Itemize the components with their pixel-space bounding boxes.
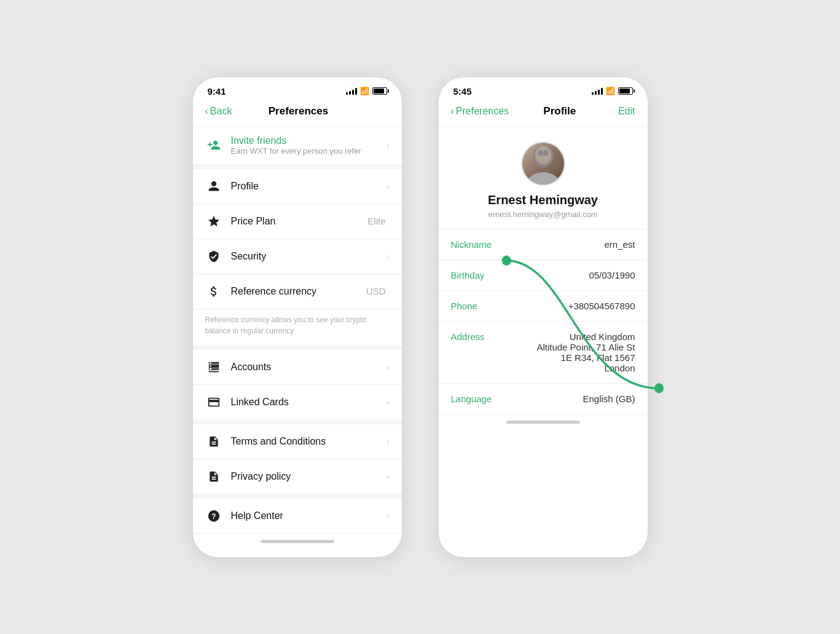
phone-label: Phone (451, 301, 519, 311)
profile-label: Profile (231, 181, 387, 192)
avatar-image (522, 143, 564, 184)
profile-item[interactable]: Profile › (193, 169, 402, 204)
nav-bar-1: ‹ Back Preferences (193, 100, 402, 127)
shield-icon (205, 248, 222, 265)
currency-icon (205, 283, 222, 300)
nav-title-2: Profile (543, 105, 576, 117)
wifi-icon-2: 📶 (606, 87, 615, 95)
status-icons-2: 📶 (592, 87, 633, 95)
status-bar-1: 9:41 📶 (193, 77, 402, 100)
privacy-label: Privacy policy (231, 471, 387, 482)
nickname-label: Nickname (451, 239, 519, 250)
reference-currency-content: Reference currency (231, 286, 366, 297)
accounts-label: Accounts (231, 362, 387, 373)
status-time-1: 9:41 (208, 86, 226, 97)
battery-icon-1 (372, 87, 387, 95)
invite-content: Invite friends Earn WXT for every person… (231, 135, 387, 156)
svg-point-12 (535, 146, 551, 164)
profile-email: ernest.hemingway@gmail.com (489, 210, 598, 219)
privacy-content: Privacy policy (231, 471, 387, 482)
status-time-2: 5:45 (453, 86, 472, 97)
signal-icon-1 (346, 88, 357, 95)
accounts-item[interactable]: Accounts › (193, 350, 402, 385)
chevron-left-icon-2: ‹ (451, 106, 454, 117)
invite-chevron: › (387, 140, 390, 150)
phone-value: +380504567890 (519, 301, 635, 311)
language-value: English (GB) (519, 394, 635, 404)
accounts-content: Accounts (231, 362, 387, 373)
status-bar-2: 5:45 📶 (439, 77, 648, 100)
security-content: Security (231, 251, 387, 262)
address-field[interactable]: Address United Kingdom Altitude Point, 7… (439, 322, 648, 384)
linked-cards-content: Linked Cards (231, 397, 387, 408)
help-content: Help Center (231, 510, 387, 521)
help-chevron: › (387, 511, 390, 521)
birthday-field[interactable]: Birthday 05/03/1990 (439, 260, 648, 291)
edit-button[interactable]: Edit (611, 106, 635, 117)
phone-field[interactable]: Phone +380504567890 (439, 291, 648, 322)
legal-section: Terms and Conditions › Privacy policy › (193, 424, 402, 499)
language-label: Language (451, 394, 519, 404)
phone-profile: 5:45 📶 ‹ Preferences Profile (439, 77, 648, 557)
accounts-chevron: › (387, 362, 390, 372)
nickname-field[interactable]: Nickname ern_est (439, 229, 648, 260)
security-item[interactable]: Security › (193, 239, 402, 274)
svg-point-11 (526, 172, 560, 184)
invite-friends-item[interactable]: Invite friends Earn WXT for every person… (193, 127, 402, 164)
linked-cards-label: Linked Cards (231, 397, 387, 408)
avatar-section: Ernest Hemingway ernest.hemingway@gmail.… (439, 127, 648, 229)
signal-icon-2 (592, 88, 603, 95)
price-plan-content: Price Plan (231, 216, 368, 227)
birthday-value: 05/03/1990 (519, 270, 635, 280)
svg-point-1 (654, 383, 663, 393)
currency-value: USD (366, 286, 386, 296)
accounts-section: Accounts › Linked Cards › (193, 350, 402, 424)
svg-point-7 (210, 368, 211, 370)
reference-currency-label: Reference currency (231, 286, 366, 297)
terms-label: Terms and Conditions (231, 436, 387, 447)
birthday-label: Birthday (451, 270, 519, 280)
language-field[interactable]: Language English (GB) (439, 384, 648, 414)
back-label-1: Back (210, 106, 232, 117)
help-item[interactable]: ? Help Center › (193, 499, 402, 533)
help-section: ? Help Center › (193, 499, 402, 534)
svg-point-5 (210, 362, 211, 364)
person-icon (205, 178, 222, 195)
svg-point-13 (538, 150, 543, 156)
main-settings-section: Profile › Price Plan Elite (193, 169, 402, 350)
security-label: Security (231, 251, 387, 262)
chevron-left-icon-1: ‹ (205, 106, 208, 117)
star-icon (205, 213, 222, 230)
nav-title-1: Preferences (269, 105, 328, 117)
wifi-icon-1: 📶 (360, 87, 369, 95)
help-label: Help Center (231, 510, 387, 521)
battery-icon-2 (618, 87, 633, 95)
currency-description: Reference currency allows you to see you… (193, 309, 402, 345)
invite-label: Invite friends (231, 135, 387, 146)
cards-icon (205, 394, 222, 411)
privacy-item[interactable]: Privacy policy › (193, 459, 402, 494)
terms-icon (205, 433, 222, 450)
linked-cards-chevron: › (387, 397, 390, 407)
nav-bar-2: ‹ Preferences Profile Edit (439, 100, 648, 127)
privacy-icon (205, 468, 222, 485)
back-button-2[interactable]: ‹ Preferences (451, 106, 509, 117)
person-add-icon (205, 137, 222, 154)
avatar (521, 141, 565, 186)
terms-chevron: › (387, 437, 390, 446)
price-plan-label: Price Plan (231, 216, 368, 227)
question-icon: ? (205, 507, 222, 525)
reference-currency-item[interactable]: Reference currency USD (193, 274, 402, 309)
invite-sublabel: Earn WXT for every person you refer (231, 146, 387, 156)
back-button-1[interactable]: ‹ Back (205, 106, 232, 117)
linked-cards-item[interactable]: Linked Cards › (193, 385, 402, 419)
terms-item[interactable]: Terms and Conditions › (193, 424, 402, 459)
privacy-chevron: › (387, 472, 390, 481)
phone-preferences: 9:41 📶 ‹ Back Preferences (193, 77, 402, 557)
address-label: Address (451, 331, 519, 342)
security-chevron: › (387, 252, 390, 261)
invite-section: Invite friends Earn WXT for every person… (193, 127, 402, 169)
svg-point-6 (210, 365, 211, 367)
back-label-2: Preferences (456, 106, 509, 117)
price-plan-item[interactable]: Price Plan Elite (193, 204, 402, 239)
